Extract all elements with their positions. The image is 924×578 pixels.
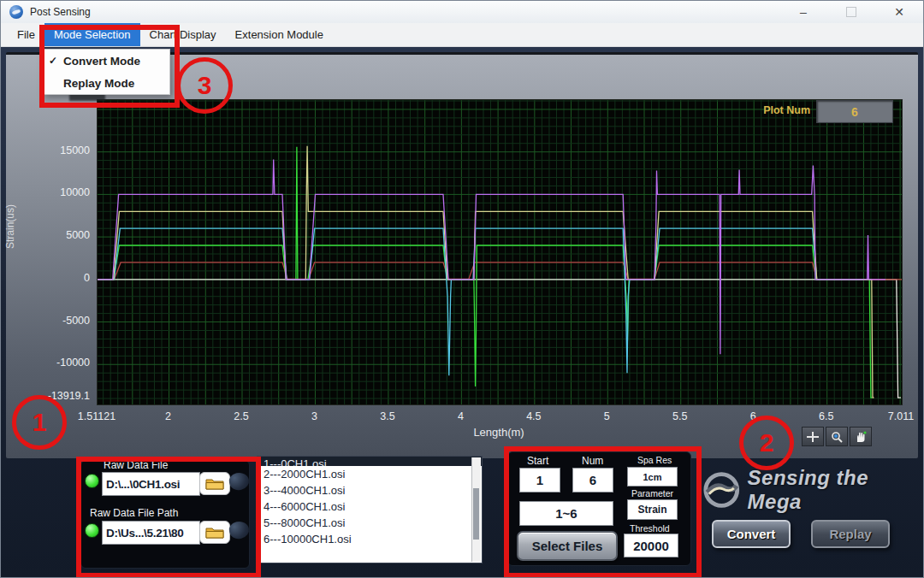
zoom-tool[interactable] (826, 427, 848, 446)
brand-logo: Sensing the Mega (702, 466, 923, 514)
minimize-button[interactable]: – (779, 1, 827, 23)
brand-text: Sensing the Mega (748, 466, 923, 514)
y-tick-label: -10000 (25, 357, 90, 369)
menu-chart-display[interactable]: Chart Display (140, 23, 226, 46)
file-list-item[interactable]: 5---8000CH1.osi (258, 515, 482, 531)
raw-data-file-path-label: Raw Data File Path (90, 507, 178, 519)
menu-item-replay-mode[interactable]: Replay Mode (43, 72, 169, 94)
app-window: Post Sensing – ✕ File Mode Selection Cha… (0, 0, 924, 578)
raw-data-file-path-input[interactable]: D:\Us...\5.21\80 (102, 521, 200, 545)
spa-res-input[interactable]: 1cm (627, 467, 678, 487)
series-4000CH1 (98, 147, 872, 398)
x-tick-label: 3.5 (353, 410, 422, 422)
folder-icon (205, 526, 224, 539)
y-tick-label: 15000 (25, 144, 90, 156)
maximize-icon (846, 7, 856, 17)
series-10000CH1 (98, 160, 886, 355)
file-list-item[interactable]: 1---0CH1.osi (258, 457, 482, 466)
scrollbar-thumb[interactable] (473, 488, 479, 540)
cursor-crosshair-tool[interactable] (802, 427, 824, 446)
menu-mode-selection[interactable]: Mode Selection (44, 23, 140, 46)
convert-button[interactable]: Convert (712, 520, 791, 548)
x-tick-label: 6 (719, 410, 787, 422)
plot-num-label: Plot Num (735, 104, 810, 116)
x-tick-label: 4 (426, 410, 495, 422)
folder-icon (205, 477, 224, 490)
app-logo-icon (9, 5, 23, 19)
menu-file[interactable]: File (8, 23, 44, 46)
series-8000CH1 (98, 146, 874, 398)
file-list-item[interactable]: 3---4000CH1.osi (258, 482, 482, 498)
threshold-input[interactable]: 20000 (624, 534, 678, 557)
y-tick-label: -5000 (25, 315, 90, 327)
y-tick-label: -13919.1 (25, 390, 90, 402)
file-list[interactable]: 1---0CH1.osi2---2000CH1.osi3---4000CH1.o… (257, 456, 483, 563)
y-tick-label: 5000 (25, 229, 90, 241)
file-list-item[interactable]: 2---2000CH1.osi (258, 466, 482, 482)
title-bar: Post Sensing – ✕ (1, 1, 923, 23)
graph-tool-palette (802, 427, 872, 446)
checkmark-icon: ✓ (43, 55, 63, 67)
spa-res-label: Spa Res (637, 455, 672, 465)
x-tick-label: 6.5 (792, 410, 861, 422)
plot-num-indicator: 6 (816, 100, 893, 123)
raw-data-file-path-led (85, 523, 99, 538)
maximize-button[interactable] (827, 1, 875, 23)
y-tick-label: 10000 (25, 186, 90, 198)
x-tick-label: 7.011 (867, 410, 924, 422)
start-label: Start (527, 455, 548, 467)
x-tick-label: 1.51121 (62, 410, 131, 422)
window-title: Post Sensing (30, 6, 91, 18)
num-input[interactable]: 6 (572, 468, 613, 492)
series-6000CH1 (98, 228, 863, 375)
menu-extension-module[interactable]: Extension Module (226, 23, 333, 46)
pan-hand-tool[interactable] (850, 427, 872, 446)
range-input[interactable]: 1~6 (519, 501, 613, 526)
mode-selection-dropdown: ✓ Convert Mode Replay Mode (42, 49, 170, 95)
file-list-item[interactable]: 6---10000CH1.osi (258, 531, 482, 547)
x-axis-title: Length(m) (413, 426, 584, 439)
brand-swirl-icon (702, 470, 741, 510)
y-axis-title: Strain(us) (4, 204, 16, 249)
raw-data-file-input[interactable]: D:\...\0CH1.osi (102, 472, 200, 496)
file-list-scrollbar[interactable] (471, 457, 481, 562)
menu-item-convert-mode[interactable]: ✓ Convert Mode (43, 50, 169, 72)
x-tick-label: 2.5 (207, 410, 275, 422)
menu-bar: File Mode Selection Chart Display Extens… (1, 23, 923, 47)
x-tick-label: 3 (280, 410, 348, 422)
parameter-input[interactable]: Strain (627, 499, 678, 520)
raw-data-file-led (85, 474, 99, 488)
threshold-label: Threshold (630, 523, 670, 534)
select-files-button[interactable]: Select Files (517, 531, 618, 561)
replay-button[interactable]: Replay (811, 520, 890, 548)
raw-data-file-label: Raw Data File (104, 459, 168, 471)
strain-chart (98, 100, 902, 404)
x-tick-label: 5 (572, 410, 641, 422)
x-tick-label: 4.5 (500, 410, 568, 422)
strain-chart-plot[interactable] (97, 99, 903, 405)
close-button[interactable]: ✕ (875, 1, 923, 23)
x-tick-label: 2 (134, 410, 203, 422)
x-tick-label: 5.5 (646, 410, 714, 422)
browse-path-button[interactable] (199, 521, 230, 544)
file-list-item[interactable]: 4---6000CH1.osi (258, 498, 482, 515)
parameter-label: Parameter (631, 488, 673, 498)
y-tick-label: 0 (25, 272, 90, 284)
start-input[interactable]: 1 (519, 468, 560, 492)
num-label: Num (582, 455, 603, 467)
browse-file-button[interactable] (199, 472, 230, 495)
